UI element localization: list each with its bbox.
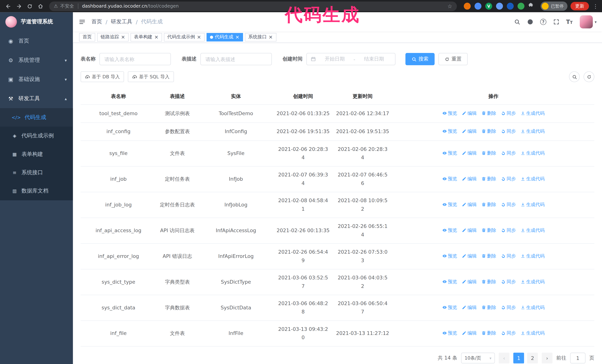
- edit-link[interactable]: 编辑: [462, 149, 477, 157]
- delete-link[interactable]: 删除: [481, 226, 496, 235]
- generate-code-link[interactable]: 生成代码: [520, 109, 545, 118]
- start-date-placeholder[interactable]: 开始日期: [317, 56, 352, 62]
- sidebar-item-database-doc[interactable]: ▥ 数据库文档: [0, 182, 73, 200]
- sync-link[interactable]: 同步: [501, 278, 516, 286]
- browser-back-button[interactable]: [3, 1, 13, 11]
- tab-5[interactable]: 代码生成 ×: [206, 33, 243, 41]
- header-search-button[interactable]: [511, 16, 523, 28]
- browser-home-button[interactable]: [35, 1, 45, 11]
- generate-code-link[interactable]: 生成代码: [520, 278, 545, 286]
- preview-link[interactable]: 预览: [442, 329, 457, 337]
- sidebar-toggle-button[interactable]: [73, 18, 91, 25]
- refresh-table-button[interactable]: [584, 72, 594, 82]
- sync-link[interactable]: 同步: [501, 226, 516, 235]
- sidebar-item-code-generation[interactable]: </> 代码生成: [0, 108, 73, 127]
- extensions-puzzle-icon[interactable]: [528, 2, 534, 10]
- sync-link[interactable]: 同步: [501, 303, 516, 312]
- edit-link[interactable]: 编辑: [462, 109, 477, 118]
- sync-link[interactable]: 同步: [501, 127, 516, 135]
- close-icon[interactable]: ×: [154, 35, 159, 40]
- edit-link[interactable]: 编辑: [462, 329, 477, 337]
- close-icon[interactable]: ×: [269, 35, 273, 40]
- breadcrumb-home[interactable]: 首页: [91, 18, 102, 25]
- preview-link[interactable]: 预览: [442, 127, 457, 135]
- sidebar-item-dev-tools[interactable]: ⚒ 研发工具 ▴: [0, 89, 73, 108]
- avatar-dropdown[interactable]: ▾: [580, 15, 597, 28]
- search-button[interactable]: 搜索: [406, 53, 435, 65]
- browser-menu-icon[interactable]: ⋮: [592, 3, 599, 9]
- preview-link[interactable]: 预览: [442, 252, 457, 260]
- edit-link[interactable]: 编辑: [462, 226, 477, 235]
- page-button-2[interactable]: 2: [527, 353, 538, 364]
- tab-2[interactable]: 链路追踪 ×: [97, 33, 129, 41]
- import-db-button[interactable]: 基于 DB 导入: [81, 72, 124, 82]
- toggle-search-button[interactable]: [569, 72, 580, 82]
- prev-page-button[interactable]: ‹: [499, 353, 509, 364]
- delete-link[interactable]: 删除: [481, 127, 496, 135]
- sync-link[interactable]: 同步: [501, 109, 516, 118]
- goto-page-input[interactable]: [570, 353, 586, 364]
- sync-link[interactable]: 同步: [501, 175, 516, 183]
- generate-code-link[interactable]: 生成代码: [520, 200, 545, 209]
- generate-code-link[interactable]: 生成代码: [520, 252, 545, 260]
- extension-icon-6[interactable]: [517, 3, 524, 10]
- preview-link[interactable]: 预览: [442, 109, 457, 118]
- generate-code-link[interactable]: 生成代码: [520, 175, 545, 183]
- close-icon[interactable]: ×: [235, 35, 239, 40]
- delete-link[interactable]: 删除: [481, 303, 496, 312]
- sync-link[interactable]: 同步: [501, 149, 516, 157]
- next-page-button[interactable]: ›: [542, 353, 553, 364]
- sidebar-item-form-builder[interactable]: ▦ 表单构建: [0, 145, 73, 163]
- sidebar-logo[interactable]: 芋道管理系统: [0, 12, 73, 31]
- tab-4[interactable]: 代码生成示例 ×: [164, 33, 205, 41]
- generate-code-link[interactable]: 生成代码: [520, 127, 545, 135]
- delete-link[interactable]: 删除: [481, 109, 496, 118]
- edit-link[interactable]: 编辑: [462, 200, 477, 209]
- edit-link[interactable]: 编辑: [462, 127, 477, 135]
- page-size-select[interactable]: 10条/页 ▾: [461, 353, 495, 364]
- preview-link[interactable]: 预览: [442, 303, 457, 312]
- preview-link[interactable]: 预览: [442, 149, 457, 157]
- page-button-1[interactable]: 1: [513, 353, 524, 364]
- delete-link[interactable]: 删除: [481, 252, 496, 260]
- browser-update-button[interactable]: 更新: [570, 2, 589, 10]
- sidebar-item-home[interactable]: ◉ 首页: [0, 31, 73, 51]
- extension-icon-1[interactable]: [464, 3, 471, 10]
- address-bar[interactable]: ⚠ 不安全 dashboard.yudao.iocoder.cn/tool/co…: [49, 1, 457, 11]
- github-link[interactable]: [524, 16, 536, 28]
- delete-link[interactable]: 删除: [481, 175, 496, 183]
- preview-link[interactable]: 预览: [442, 175, 457, 183]
- edit-link[interactable]: 编辑: [462, 175, 477, 183]
- bookmark-star-icon[interactable]: ☆: [448, 3, 452, 9]
- tab-6[interactable]: 系统接口 ×: [245, 33, 276, 41]
- tab-3[interactable]: 表单构建 ×: [130, 33, 162, 41]
- help-button[interactable]: ?: [538, 16, 549, 28]
- sync-link[interactable]: 同步: [501, 329, 516, 337]
- breadcrumb-dev-tools[interactable]: 研发工具: [111, 18, 132, 25]
- edit-link[interactable]: 编辑: [462, 252, 477, 260]
- import-sql-button[interactable]: 基于 SQL 导入: [128, 72, 173, 82]
- edit-link[interactable]: 编辑: [462, 303, 477, 312]
- sidebar-item-code-generation-example[interactable]: ◈ 代码生成示例: [0, 127, 73, 145]
- delete-link[interactable]: 删除: [481, 329, 496, 337]
- security-status[interactable]: ⚠ 不安全: [54, 3, 74, 10]
- table-name-input[interactable]: [99, 53, 171, 65]
- table-desc-input[interactable]: [200, 53, 272, 65]
- extension-icon-5[interactable]: [507, 3, 514, 10]
- preview-link[interactable]: 预览: [442, 226, 457, 235]
- font-size-button[interactable]: TT: [564, 16, 575, 28]
- generate-code-link[interactable]: 生成代码: [520, 149, 545, 157]
- sidebar-item-infrastructure[interactable]: ▣ 基础设施 ▾: [0, 70, 73, 89]
- tab-1[interactable]: 首页: [79, 33, 95, 41]
- generate-code-link[interactable]: 生成代码: [520, 303, 545, 312]
- browser-profile-chip[interactable]: 已暂停: [540, 1, 567, 11]
- generate-code-link[interactable]: 生成代码: [520, 329, 545, 337]
- end-date-placeholder[interactable]: 结束日期: [357, 56, 391, 62]
- browser-reload-button[interactable]: [25, 1, 35, 11]
- delete-link[interactable]: 删除: [481, 200, 496, 209]
- reset-button[interactable]: 重置: [439, 53, 468, 65]
- sync-link[interactable]: 同步: [501, 252, 516, 260]
- delete-link[interactable]: 删除: [481, 149, 496, 157]
- generate-code-link[interactable]: 生成代码: [520, 226, 545, 235]
- sidebar-item-system-api[interactable]: ≡ 系统接口: [0, 164, 73, 182]
